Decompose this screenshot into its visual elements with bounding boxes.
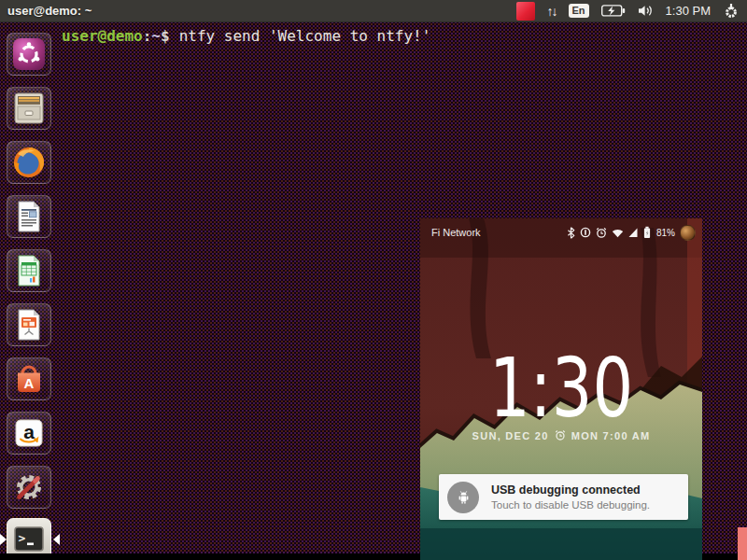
launcher-item-files[interactable] [7, 87, 51, 130]
lockscreen-date: SUN, DEC 20 [472, 430, 549, 441]
launcher-item-firefox[interactable] [7, 141, 51, 184]
recording-indicator-icon[interactable] [516, 2, 535, 21]
volume-icon[interactable] [638, 5, 654, 17]
clock[interactable]: 1:30 PM [666, 4, 711, 18]
impress-presentation-icon [10, 306, 48, 343]
amazon-icon: a [10, 414, 48, 452]
notification-title: USB debugging connected [491, 483, 650, 497]
lockscreen-next-alarm: MON 7:00 AM [571, 430, 651, 441]
data-saver-icon [580, 227, 591, 238]
firefox-icon [10, 144, 48, 181]
notification-text: USB debugging connected Touch to disable… [491, 483, 650, 511]
terminal-prompt-glyph: > [19, 531, 26, 545]
running-app-arrow-icon [0, 534, 7, 545]
phone-battery-icon [642, 226, 652, 239]
launcher-item-system-settings[interactable] [7, 466, 51, 509]
calc-spreadsheet-icon [10, 252, 48, 289]
amazon-letter: a [23, 421, 35, 442]
top-panel: user@demo: ~ ↑↓ En 1:30 PM [0, 0, 747, 22]
lockscreen-clock: 1:30 [451, 347, 671, 429]
prompt-colon: : [143, 27, 152, 45]
launcher-item-libreoffice-calc[interactable] [7, 249, 51, 292]
session-gear-icon[interactable] [723, 2, 740, 20]
window-title: user@demo: ~ [7, 4, 92, 18]
launcher-item-libreoffice-writer[interactable] [7, 195, 51, 238]
battery-icon[interactable] [601, 5, 626, 17]
desktop: user@demo: ~ ↑↓ En 1:30 PM [0, 0, 747, 560]
settings-gear-wrench-icon [10, 469, 48, 506]
prompt-user: user@demo [62, 27, 143, 45]
writer-document-icon [10, 198, 48, 235]
battery-percent-label: 81% [656, 228, 675, 238]
bluetooth-icon [567, 227, 575, 239]
focused-app-arrow-icon [53, 534, 60, 545]
cell-signal-icon [628, 227, 638, 238]
alarm-clock-icon [555, 429, 566, 441]
ubuntu-logo-icon [10, 35, 48, 73]
prompt-dollar: $ [161, 27, 170, 45]
keyboard-layout-indicator[interactable]: En [569, 4, 589, 18]
overlay-fragment [738, 527, 747, 560]
lockscreen-date-row: SUN, DEC 20 MON 7:00 AM [420, 429, 702, 441]
launcher-item-amazon[interactable]: a [7, 412, 51, 455]
terminal-command: ntfy send 'Welcome to ntfy!' [179, 27, 431, 45]
keyboard-arrows-icon[interactable]: ↑↓ [547, 5, 557, 18]
software-center-letter: A [24, 375, 35, 391]
terminal-icon: > [10, 521, 48, 558]
file-cabinet-icon [10, 90, 48, 127]
phone-status-bar: Fi Network [431, 224, 696, 241]
carrier-label: Fi Network [431, 227, 481, 238]
terminal-prompt-line[interactable]: user@demo:~$ntfy send 'Welcome to ntfy!' [62, 27, 430, 46]
user-avatar [680, 225, 696, 241]
android-usb-icon [447, 482, 479, 513]
android-screen-mirror[interactable]: Fi Network [420, 218, 702, 560]
alarm-status-icon [596, 227, 607, 239]
launcher-item-ubuntu-software-center[interactable]: A [7, 357, 51, 400]
notification-body: Touch to disable USB debugging. [491, 498, 650, 511]
software-center-bag-icon: A [10, 360, 48, 398]
notification-card[interactable]: USB debugging connected Touch to disable… [439, 474, 688, 520]
system-tray: ↑↓ En 1:30 PM [516, 2, 740, 21]
unity-launcher: A a > [0, 22, 62, 560]
prompt-path: ~ [151, 27, 161, 45]
wifi-icon [612, 228, 624, 238]
launcher-item-libreoffice-impress[interactable] [7, 303, 51, 346]
launcher-item-ubuntu-dash[interactable] [7, 33, 51, 76]
